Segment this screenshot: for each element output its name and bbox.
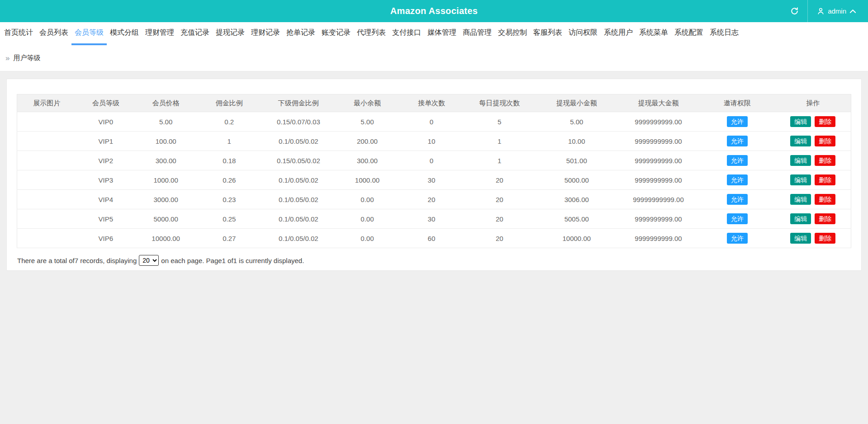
cell-invite-permission: 允许 <box>699 209 775 229</box>
cell-commission: 0.25 <box>196 209 262 229</box>
edit-button[interactable]: 编辑 <box>790 155 811 166</box>
app-title: Amazon Associates <box>390 6 478 16</box>
cell-level: VIP2 <box>76 151 135 170</box>
chevron-up-icon <box>849 9 856 14</box>
edit-button[interactable]: 编辑 <box>790 213 811 225</box>
cell-sub-commission: 0.15/0.07/0.03 <box>262 112 335 132</box>
breadcrumb-label: 用户等级 <box>13 54 40 62</box>
cell-actions: 编辑删除 <box>775 112 851 132</box>
edit-button[interactable]: 编辑 <box>790 116 811 127</box>
nav-item-17[interactable]: 系统用户 <box>601 22 636 45</box>
cell-min-withdrawal: 5.00 <box>536 112 617 132</box>
nav-item-12[interactable]: 媒体管理 <box>424 22 460 45</box>
column-header-4: 下级佣金比例 <box>262 94 335 112</box>
nav-item-3[interactable]: 模式分组 <box>107 22 142 45</box>
nav-item-11[interactable]: 支付接口 <box>389 22 424 45</box>
cell-level: VIP5 <box>76 209 135 229</box>
nav-item-1[interactable]: 会员列表 <box>36 22 71 45</box>
allow-button[interactable]: 允许 <box>727 194 748 205</box>
allow-button[interactable]: 允许 <box>727 233 748 244</box>
cell-level: VIP1 <box>76 132 135 151</box>
cell-max-withdrawal: 9999999999.00 <box>617 209 699 229</box>
delete-button[interactable]: 删除 <box>815 136 835 147</box>
cell-commission: 0.2 <box>196 112 262 132</box>
cell-image <box>17 229 76 248</box>
cell-min-balance: 5.00 <box>335 112 400 132</box>
cell-level: VIP3 <box>76 170 135 190</box>
user-menu[interactable]: admin <box>808 0 868 22</box>
table-row: VIP1100.0010.1/0.05/0.02200.0010110.0099… <box>17 132 851 151</box>
allow-button[interactable]: 允许 <box>727 174 748 186</box>
nav-item-9[interactable]: 账变记录 <box>318 22 354 45</box>
content-card: 展示图片会员等级会员价格佣金比例下级佣金比例最小余额接单次数每日提现次数提现最小… <box>6 79 862 271</box>
refresh-button[interactable] <box>781 0 807 22</box>
nav-item-7[interactable]: 理财记录 <box>248 22 283 45</box>
cell-price: 3000.00 <box>135 190 196 209</box>
nav-item-10[interactable]: 代理列表 <box>354 22 389 45</box>
refresh-icon <box>790 7 799 15</box>
cell-orders: 60 <box>400 229 463 248</box>
cell-invite-permission: 允许 <box>699 151 775 170</box>
cell-image <box>17 190 76 209</box>
cell-daily-withdrawals: 20 <box>463 209 536 229</box>
cell-commission: 0.26 <box>196 170 262 190</box>
nav-item-8[interactable]: 抢单记录 <box>283 22 318 45</box>
allow-button[interactable]: 允许 <box>727 213 748 225</box>
edit-button[interactable]: 编辑 <box>790 233 811 244</box>
nav-item-0[interactable]: 首页统计 <box>1 22 36 45</box>
cell-max-withdrawal: 9999999999.00 <box>617 112 699 132</box>
cell-min-balance: 1000.00 <box>335 170 400 190</box>
nav-item-6[interactable]: 提现记录 <box>213 22 248 45</box>
nav-item-14[interactable]: 交易控制 <box>495 22 530 45</box>
table-row: VIP2300.000.180.15/0.05/0.02300.0001501.… <box>17 151 851 170</box>
edit-button[interactable]: 编辑 <box>790 174 811 186</box>
nav-item-5[interactable]: 充值记录 <box>177 22 213 45</box>
cell-commission: 0.18 <box>196 151 262 170</box>
cell-orders: 10 <box>400 132 463 151</box>
cell-min-balance: 200.00 <box>335 132 400 151</box>
cell-level: VIP6 <box>76 229 135 248</box>
allow-button[interactable]: 允许 <box>727 155 748 166</box>
cell-max-withdrawal: 9999999999.00 <box>617 151 699 170</box>
delete-button[interactable]: 删除 <box>815 213 835 225</box>
nav-item-18[interactable]: 系统菜单 <box>636 22 671 45</box>
cell-daily-withdrawals: 20 <box>463 190 536 209</box>
cell-min-withdrawal: 5005.00 <box>536 209 617 229</box>
edit-button[interactable]: 编辑 <box>790 136 811 147</box>
cell-orders: 20 <box>400 190 463 209</box>
nav-item-4[interactable]: 理财管理 <box>142 22 177 45</box>
delete-button[interactable]: 删除 <box>815 194 835 205</box>
cell-daily-withdrawals: 1 <box>463 132 536 151</box>
cell-orders: 30 <box>400 209 463 229</box>
nav-item-19[interactable]: 系统配置 <box>671 22 707 45</box>
delete-button[interactable]: 删除 <box>815 233 835 244</box>
delete-button[interactable]: 删除 <box>815 155 835 166</box>
app-header: Amazon Associates admin <box>0 0 868 22</box>
edit-button[interactable]: 编辑 <box>790 194 811 205</box>
cell-max-withdrawal: 99999999999.00 <box>617 190 699 209</box>
cell-price: 100.00 <box>135 132 196 151</box>
cell-orders: 0 <box>400 151 463 170</box>
cell-commission: 0.27 <box>196 229 262 248</box>
delete-button[interactable]: 删除 <box>815 174 835 186</box>
column-header-3: 佣金比例 <box>196 94 262 112</box>
page-size-select[interactable]: 20 <box>139 255 159 266</box>
levels-table: 展示图片会员等级会员价格佣金比例下级佣金比例最小余额接单次数每日提现次数提现最小… <box>17 94 851 248</box>
nav-item-15[interactable]: 客服列表 <box>530 22 565 45</box>
allow-button[interactable]: 允许 <box>727 116 748 127</box>
delete-button[interactable]: 删除 <box>815 116 835 127</box>
header-right: admin <box>781 0 868 22</box>
cell-sub-commission: 0.1/0.05/0.02 <box>262 229 335 248</box>
nav-item-16[interactable]: 访问权限 <box>565 22 601 45</box>
column-header-1: 会员等级 <box>76 94 135 112</box>
cell-min-balance: 0.00 <box>335 190 400 209</box>
cell-daily-withdrawals: 5 <box>463 112 536 132</box>
nav-item-2[interactable]: 会员等级 <box>71 22 107 45</box>
nav-item-13[interactable]: 商品管理 <box>460 22 495 45</box>
cell-actions: 编辑删除 <box>775 170 851 190</box>
cell-invite-permission: 允许 <box>699 229 775 248</box>
pagination-bar: There are a total of7 records, displayin… <box>17 255 851 266</box>
cell-min-balance: 0.00 <box>335 209 400 229</box>
nav-item-20[interactable]: 系统日志 <box>707 22 742 45</box>
allow-button[interactable]: 允许 <box>727 136 748 147</box>
